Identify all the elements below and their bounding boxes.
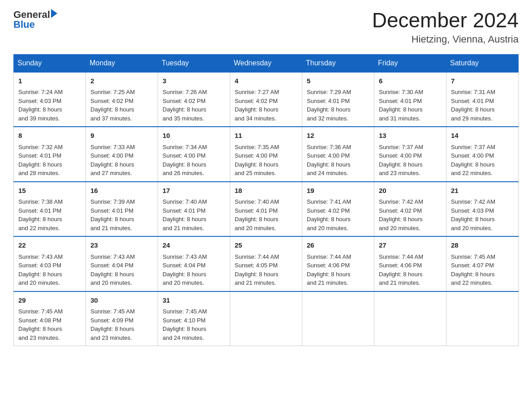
calendar-header-row: Sunday Monday Tuesday Wednesday Thursday… [14,54,519,72]
day-info: Sunrise: 7:38 AMSunset: 4:01 PMDaylight:… [18,198,63,231]
table-row: 6 Sunrise: 7:30 AMSunset: 4:01 PMDayligh… [374,72,446,127]
day-number: 2 [90,76,153,86]
table-row: 11 Sunrise: 7:35 AMSunset: 4:00 PMDaylig… [230,127,302,182]
day-number: 19 [307,186,369,196]
col-sunday: Sunday [14,54,86,72]
day-number: 24 [163,240,225,251]
table-row [374,291,446,346]
day-info: Sunrise: 7:44 AMSunset: 4:06 PMDaylight:… [307,253,351,287]
table-row: 27 Sunrise: 7:44 AMSunset: 4:06 PMDaylig… [374,236,446,291]
day-info: Sunrise: 7:37 AMSunset: 4:00 PMDaylight:… [379,144,423,177]
table-row: 30 Sunrise: 7:45 AMSunset: 4:09 PMDaylig… [86,291,158,346]
day-info: Sunrise: 7:44 AMSunset: 4:05 PMDaylight:… [235,253,279,287]
day-info: Sunrise: 7:36 AMSunset: 4:00 PMDaylight:… [307,144,351,177]
day-number: 18 [235,186,297,196]
day-number: 11 [235,131,297,141]
day-number: 23 [90,240,153,251]
logo: General Blue [13,9,57,30]
table-row: 8 Sunrise: 7:32 AMSunset: 4:01 PMDayligh… [14,127,86,182]
day-number: 15 [18,186,81,196]
month-title: December 2024 [372,9,519,32]
day-number: 12 [307,131,369,141]
table-row: 12 Sunrise: 7:36 AMSunset: 4:00 PMDaylig… [302,127,374,182]
col-friday: Friday [374,54,446,72]
day-number: 21 [451,186,514,196]
day-info: Sunrise: 7:41 AMSunset: 4:02 PMDaylight:… [307,198,351,231]
day-info: Sunrise: 7:43 AMSunset: 4:04 PMDaylight:… [90,253,135,287]
col-wednesday: Wednesday [230,54,302,72]
table-row: 19 Sunrise: 7:41 AMSunset: 4:02 PMDaylig… [302,182,374,237]
day-number: 22 [18,240,81,251]
day-info: Sunrise: 7:26 AMSunset: 4:02 PMDaylight:… [163,89,207,122]
table-row: 9 Sunrise: 7:33 AMSunset: 4:00 PMDayligh… [86,127,158,182]
day-number: 10 [163,131,225,141]
day-number: 28 [451,240,514,251]
col-saturday: Saturday [446,54,519,72]
table-row: 31 Sunrise: 7:45 AMSunset: 4:10 PMDaylig… [158,291,230,346]
day-info: Sunrise: 7:30 AMSunset: 4:01 PMDaylight:… [379,89,423,122]
table-row [230,291,302,346]
day-number: 8 [18,131,81,141]
day-number: 9 [90,131,153,141]
table-row: 26 Sunrise: 7:44 AMSunset: 4:06 PMDaylig… [302,236,374,291]
location-title: Hietzing, Vienna, Austria [372,34,519,45]
day-number: 16 [90,186,153,196]
table-row: 4 Sunrise: 7:27 AMSunset: 4:02 PMDayligh… [230,72,302,127]
day-number: 17 [163,186,225,196]
day-number: 13 [379,131,442,141]
day-info: Sunrise: 7:29 AMSunset: 4:01 PMDaylight:… [307,89,351,122]
logo-blue-text: Blue [13,19,35,30]
table-row: 1 Sunrise: 7:24 AMSunset: 4:03 PMDayligh… [14,72,86,127]
day-info: Sunrise: 7:42 AMSunset: 4:02 PMDaylight:… [379,198,423,231]
day-number: 7 [451,76,514,86]
table-row: 28 Sunrise: 7:45 AMSunset: 4:07 PMDaylig… [446,236,519,291]
table-row: 17 Sunrise: 7:40 AMSunset: 4:01 PMDaylig… [158,182,230,237]
day-info: Sunrise: 7:37 AMSunset: 4:00 PMDaylight:… [451,144,495,177]
day-number: 27 [379,240,442,251]
table-row: 16 Sunrise: 7:39 AMSunset: 4:01 PMDaylig… [86,182,158,237]
day-info: Sunrise: 7:39 AMSunset: 4:01 PMDaylight:… [90,198,135,231]
table-row: 21 Sunrise: 7:42 AMSunset: 4:03 PMDaylig… [446,182,519,237]
col-thursday: Thursday [302,54,374,72]
col-tuesday: Tuesday [158,54,230,72]
day-number: 1 [18,76,81,86]
day-info: Sunrise: 7:40 AMSunset: 4:01 PMDaylight:… [235,198,279,231]
day-info: Sunrise: 7:24 AMSunset: 4:03 PMDaylight:… [18,89,63,122]
day-info: Sunrise: 7:45 AMSunset: 4:10 PMDaylight:… [163,308,207,341]
calendar-week-row: 1 Sunrise: 7:24 AMSunset: 4:03 PMDayligh… [14,72,519,127]
day-info: Sunrise: 7:35 AMSunset: 4:00 PMDaylight:… [235,144,279,177]
table-row: 13 Sunrise: 7:37 AMSunset: 4:00 PMDaylig… [374,127,446,182]
day-info: Sunrise: 7:45 AMSunset: 4:07 PMDaylight:… [451,253,495,287]
table-row: 20 Sunrise: 7:42 AMSunset: 4:02 PMDaylig… [374,182,446,237]
col-monday: Monday [86,54,158,72]
table-row [446,291,519,346]
day-number: 4 [235,76,297,86]
table-row: 18 Sunrise: 7:40 AMSunset: 4:01 PMDaylig… [230,182,302,237]
table-row: 10 Sunrise: 7:34 AMSunset: 4:00 PMDaylig… [158,127,230,182]
day-info: Sunrise: 7:27 AMSunset: 4:02 PMDaylight:… [235,89,279,122]
day-info: Sunrise: 7:44 AMSunset: 4:06 PMDaylight:… [379,253,423,287]
day-number: 3 [163,76,225,86]
day-info: Sunrise: 7:43 AMSunset: 4:04 PMDaylight:… [163,253,207,287]
table-row: 22 Sunrise: 7:43 AMSunset: 4:03 PMDaylig… [14,236,86,291]
day-info: Sunrise: 7:40 AMSunset: 4:01 PMDaylight:… [163,198,207,231]
day-info: Sunrise: 7:45 AMSunset: 4:08 PMDaylight:… [18,308,63,341]
table-row: 25 Sunrise: 7:44 AMSunset: 4:05 PMDaylig… [230,236,302,291]
table-row: 29 Sunrise: 7:45 AMSunset: 4:08 PMDaylig… [14,291,86,346]
day-number: 14 [451,131,514,141]
table-row [302,291,374,346]
day-number: 31 [163,295,225,306]
table-row: 2 Sunrise: 7:25 AMSunset: 4:02 PMDayligh… [86,72,158,127]
day-info: Sunrise: 7:43 AMSunset: 4:03 PMDaylight:… [18,253,63,287]
day-number: 5 [307,76,369,86]
calendar-week-row: 22 Sunrise: 7:43 AMSunset: 4:03 PMDaylig… [14,236,519,291]
day-number: 30 [90,295,153,306]
title-block: December 2024 Hietzing, Vienna, Austria [372,9,519,45]
day-info: Sunrise: 7:42 AMSunset: 4:03 PMDaylight:… [451,198,495,231]
day-number: 6 [379,76,442,86]
calendar-table: Sunday Monday Tuesday Wednesday Thursday… [13,54,519,347]
day-number: 29 [18,295,81,306]
table-row: 7 Sunrise: 7:31 AMSunset: 4:01 PMDayligh… [446,72,519,127]
day-number: 20 [379,186,442,196]
calendar-week-row: 15 Sunrise: 7:38 AMSunset: 4:01 PMDaylig… [14,182,519,237]
